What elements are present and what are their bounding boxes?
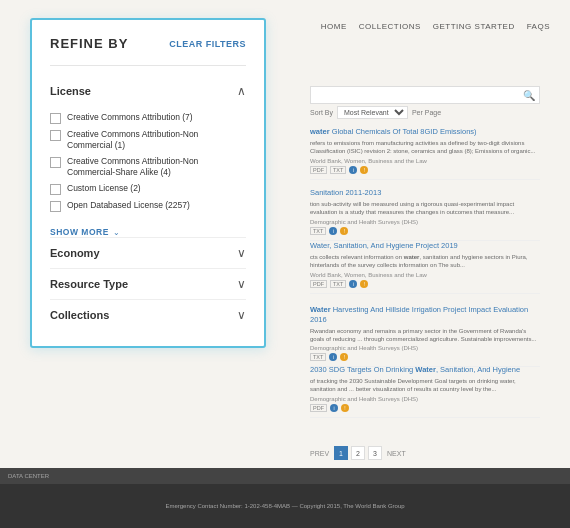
result-item-1: water Global Chemicals Of Total 8GID Emi… xyxy=(310,122,540,180)
per-page-label: Per Page xyxy=(412,109,441,116)
result-title-1[interactable]: water Global Chemicals Of Total 8GID Emi… xyxy=(310,127,540,137)
result-desc-2: tion sub-activity will be measured using… xyxy=(310,200,540,217)
result-meta-1: World Bank, Women, Business and the Law xyxy=(310,158,540,164)
economy-label: Economy xyxy=(50,247,100,259)
page-2[interactable]: 2 xyxy=(351,446,365,460)
license-item-5: Open Databased License (2257) xyxy=(50,200,246,212)
license-label-3: Creative Commons Attribution-Non Commerc… xyxy=(67,156,246,178)
result-tags-1: PDF TXT i ! xyxy=(310,166,540,174)
prev-label: PREV xyxy=(310,450,329,457)
license-item-1: Creative Commons Attribution (7) xyxy=(50,112,246,124)
result-title-3[interactable]: Water, Sanitation, And Hygiene Project 2… xyxy=(310,241,540,251)
result-desc-5: of tracking the 2030 Sustainable Develop… xyxy=(310,377,540,394)
result-desc-3: cts collects relevant information on wat… xyxy=(310,253,540,270)
nav-faqs[interactable]: FAQS xyxy=(527,22,550,31)
license-checkbox-2[interactable] xyxy=(50,130,61,141)
result-meta-5: Demographic and Health Surveys (DHS) xyxy=(310,396,540,402)
result-icon: i xyxy=(349,280,357,288)
refine-by-panel: REFINE BY CLEAR FILTERS License Creative… xyxy=(30,18,266,348)
resource-type-section-header[interactable]: Resource Type xyxy=(50,268,246,299)
next-label: NEXT xyxy=(387,450,406,457)
license-label-4: Custom License (2) xyxy=(67,183,141,194)
result-meta-2: Demographic and Health Surveys (DHS) xyxy=(310,219,540,225)
result-title-5[interactable]: 2030 SDG Targets On Drinking Water, Sani… xyxy=(310,365,540,375)
result-desc-4: Rwandan economy and remains a primary se… xyxy=(310,327,540,344)
result-tags-3: PDF TXT i ! xyxy=(310,280,540,288)
show-more-label: SHOW MORE xyxy=(50,227,109,237)
page-3[interactable]: 3 xyxy=(368,446,382,460)
result-tag: PDF xyxy=(310,404,327,412)
license-item-4: Custom License (2) xyxy=(50,183,246,195)
page-1[interactable]: 1 xyxy=(334,446,348,460)
result-icon-alert: ! xyxy=(341,404,349,412)
result-icon-alert: ! xyxy=(340,227,348,235)
result-icon: i xyxy=(329,227,337,235)
pagination: PREV 1 2 3 NEXT xyxy=(310,446,540,460)
nav-getting-started[interactable]: GETTING STARTED xyxy=(433,22,515,31)
license-checkbox-1[interactable] xyxy=(50,113,61,124)
search-icon: 🔍 xyxy=(523,90,535,101)
footer-text: Emergency Contact Number: 1-202-458-4MAB… xyxy=(165,503,404,509)
result-item-4: Water Harvesting And Hillside Irrigation… xyxy=(310,300,540,367)
license-label: License xyxy=(50,85,91,97)
license-item-2: Creative Commons Attribution-Non Commerc… xyxy=(50,129,246,151)
result-tag: TXT xyxy=(330,166,346,174)
result-item-5: 2030 SDG Targets On Drinking Water, Sani… xyxy=(310,360,540,418)
economy-section-header[interactable]: Economy xyxy=(50,237,246,268)
result-desc-1: refers to emissions from manufacturing a… xyxy=(310,139,540,156)
sort-bar: Sort By Most Relevant Per Page xyxy=(310,106,540,119)
result-tags-2: TXT i ! xyxy=(310,227,540,235)
collections-section-header[interactable]: Collections xyxy=(50,299,246,330)
bottom-strip-text: DATA CENTER xyxy=(8,473,49,479)
result-item-3: Water, Sanitation, And Hygiene Project 2… xyxy=(310,236,540,294)
result-tag: PDF xyxy=(310,280,327,288)
background-search-bar: 🔍 xyxy=(310,86,540,104)
footer: Emergency Contact Number: 1-202-458-4MAB… xyxy=(0,484,570,528)
result-tags-5: PDF i ! xyxy=(310,404,540,412)
collections-label: Collections xyxy=(50,309,109,321)
result-meta-4: Demographic and Health Surveys (DHS) xyxy=(310,345,540,351)
clear-filters-button[interactable]: CLEAR FILTERS xyxy=(169,39,246,49)
result-icon: i xyxy=(330,404,338,412)
result-icon-alert: ! xyxy=(360,166,368,174)
result-tag: TXT xyxy=(330,280,346,288)
result-title-4[interactable]: Water Harvesting And Hillside Irrigation… xyxy=(310,305,540,325)
license-label-1: Creative Commons Attribution (7) xyxy=(67,112,193,123)
license-label-2: Creative Commons Attribution-Non Commerc… xyxy=(67,129,246,151)
show-more-chevron-icon: ⌄ xyxy=(113,228,120,237)
economy-chevron-icon xyxy=(237,246,246,260)
resource-type-label: Resource Type xyxy=(50,278,128,290)
license-checkbox-4[interactable] xyxy=(50,184,61,195)
resource-type-chevron-icon xyxy=(237,277,246,291)
collections-chevron-icon xyxy=(237,308,246,322)
nav-collections[interactable]: COLLECTIONS xyxy=(359,22,421,31)
license-chevron-icon xyxy=(237,84,246,98)
license-section-header[interactable]: License xyxy=(50,76,246,106)
license-item-3: Creative Commons Attribution-Non Commerc… xyxy=(50,156,246,178)
result-item-2: Sanitation 2011-2013 tion sub-activity w… xyxy=(310,183,540,241)
license-checkbox-3[interactable] xyxy=(50,157,61,168)
bottom-strip: DATA CENTER xyxy=(0,468,570,484)
license-list: Creative Commons Attribution (7) Creativ… xyxy=(50,106,246,223)
result-icon: i xyxy=(349,166,357,174)
result-tag: PDF xyxy=(310,166,327,174)
show-more-button[interactable]: SHOW MORE ⌄ xyxy=(50,227,246,237)
sort-label: Sort By xyxy=(310,109,333,116)
result-meta-3: World Bank, Women, Business and the Law xyxy=(310,272,540,278)
result-title-2[interactable]: Sanitation 2011-2013 xyxy=(310,188,540,198)
license-checkbox-5[interactable] xyxy=(50,201,61,212)
refine-title: REFINE BY xyxy=(50,36,128,51)
nav-home[interactable]: HOME xyxy=(321,22,347,31)
refine-header: REFINE BY CLEAR FILTERS xyxy=(50,36,246,51)
sort-select[interactable]: Most Relevant xyxy=(337,106,408,119)
license-label-5: Open Databased License (2257) xyxy=(67,200,190,211)
refine-divider xyxy=(50,65,246,66)
result-tag: TXT xyxy=(310,227,326,235)
result-icon-alert: ! xyxy=(360,280,368,288)
